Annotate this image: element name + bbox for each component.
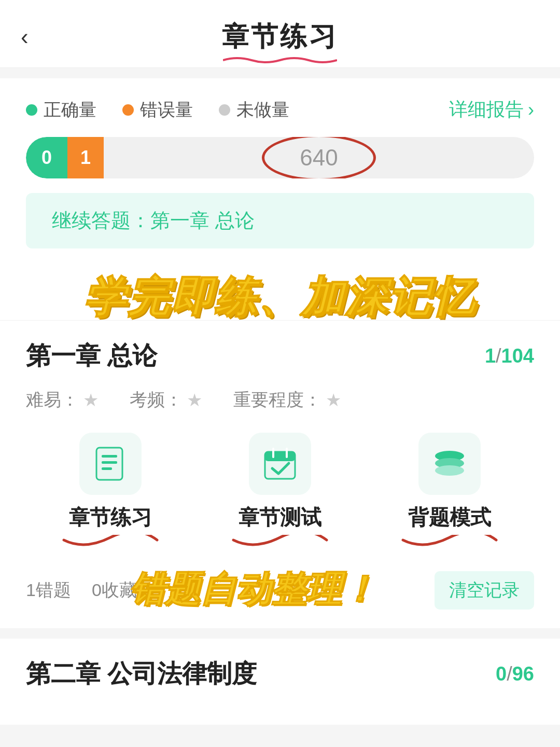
progress-bar: 0 1 640 xyxy=(26,137,534,178)
continue-text: 继续答题：第一章 总论 xyxy=(52,210,255,231)
chapter2-done: 0 xyxy=(496,663,507,685)
chapter1-done: 1 xyxy=(485,345,496,367)
svg-rect-5 xyxy=(265,452,295,461)
mode-chapter-practice[interactable]: 章节练习 xyxy=(43,433,178,556)
difficulty-item: 难易： ★ xyxy=(26,388,99,412)
svg-rect-3 xyxy=(102,467,112,470)
progress-remaining: 640 xyxy=(104,145,534,171)
chapter1-total: 104 xyxy=(501,345,534,367)
difficulty-label: 难易： xyxy=(26,388,79,412)
mode3-icon-bg xyxy=(418,433,481,495)
mode3-checkmark xyxy=(398,535,501,556)
importance-label: 重要程度： xyxy=(233,388,321,412)
mode1-icon-bg xyxy=(79,433,142,495)
continue-banner[interactable]: 继续答题：第一章 总论 xyxy=(26,193,534,248)
difficulty-star: ★ xyxy=(83,390,99,410)
frequency-label: 考频： xyxy=(130,388,183,412)
layers-icon xyxy=(431,446,468,482)
progress-error: 1 xyxy=(67,137,104,178)
undone-label: 未做量 xyxy=(236,98,289,122)
undone-legend: 未做量 xyxy=(219,98,289,122)
chapter1-header: 第一章 总论 1/104 xyxy=(26,339,534,372)
header: ‹ 章节练习 xyxy=(0,0,560,68)
error-legend: 错误量 xyxy=(122,98,193,122)
back-button[interactable]: ‹ xyxy=(21,25,29,48)
section-divider xyxy=(0,628,560,639)
calendar-check-icon xyxy=(262,446,298,482)
correct-label: 正确量 xyxy=(44,98,96,122)
chevron-right-icon: › xyxy=(528,99,534,121)
title-underline xyxy=(223,56,337,64)
chapter2-title: 第二章 公司法律制度 xyxy=(26,657,257,690)
chapter1-title: 第一章 总论 xyxy=(26,339,157,372)
chapter2-section: 第二章 公司法律制度 0/96 xyxy=(0,639,560,725)
chapter2-progress: 0/96 xyxy=(496,663,534,685)
mode2-checkmark xyxy=(228,535,332,556)
legend-row: 正确量 错误量 未做量 详细报告 › xyxy=(26,97,534,122)
page-title: 章节练习 xyxy=(222,19,338,55)
importance-item: 重要程度： ★ xyxy=(233,388,341,412)
mode1-checkmark xyxy=(59,535,162,556)
detail-report-label: 详细报告 xyxy=(449,97,524,122)
clear-record-button[interactable]: 清空记录 xyxy=(435,571,534,610)
correct-legend: 正确量 xyxy=(26,98,96,122)
error-label: 错误量 xyxy=(140,98,193,122)
error-dot xyxy=(122,104,134,116)
chapter1-section: 第一章 总论 1/104 难易： ★ 考频： ★ 重要程度： ★ xyxy=(0,320,560,628)
correct-dot xyxy=(26,104,37,116)
circle-annotation xyxy=(262,137,376,178)
stats-section: 正确量 错误量 未做量 详细报告 › 0 1 640 继续答题：第一章 总论 xyxy=(0,78,560,264)
undone-dot xyxy=(219,104,230,116)
chapter1-footer: 1错题 0收藏 错题自动整理！ 清空记录 xyxy=(26,571,534,610)
progress-correct: 0 xyxy=(26,137,67,178)
mode-memorize[interactable]: 背题模式 xyxy=(382,433,517,556)
error-promo-text: 错题自动整理！ xyxy=(130,566,376,613)
mode-chapter-test[interactable]: 章节测试 xyxy=(213,433,347,556)
svg-point-10 xyxy=(435,465,464,476)
promo-text: 学完即练、加深记忆 xyxy=(26,274,534,320)
mode2-icon-bg xyxy=(249,433,311,495)
detail-report-button[interactable]: 详细报告 › xyxy=(449,97,534,122)
document-icon xyxy=(92,446,129,482)
chapter2-header: 第二章 公司法律制度 0/96 xyxy=(26,657,534,690)
svg-rect-2 xyxy=(102,461,117,464)
chapter1-error-count: 1错题 xyxy=(26,578,71,602)
mode1-label: 章节练习 xyxy=(69,503,152,532)
chapter2-total: 96 xyxy=(512,663,534,685)
modes-row: 章节练习 章节测试 xyxy=(26,433,534,556)
difficulty-row: 难易： ★ 考频： ★ 重要程度： ★ xyxy=(26,388,534,412)
frequency-item: 考频： ★ xyxy=(130,388,202,412)
promo-banner: 学完即练、加深记忆 xyxy=(0,264,560,320)
correct-count: 0 xyxy=(41,147,52,169)
svg-rect-1 xyxy=(102,455,117,458)
error-count-bar: 1 xyxy=(80,147,91,169)
chapter1-progress: 1/104 xyxy=(485,345,534,367)
importance-star: ★ xyxy=(326,390,341,410)
mode3-label: 背题模式 xyxy=(408,503,491,532)
mode2-label: 章节测试 xyxy=(239,503,321,532)
frequency-star: ★ xyxy=(187,390,202,410)
